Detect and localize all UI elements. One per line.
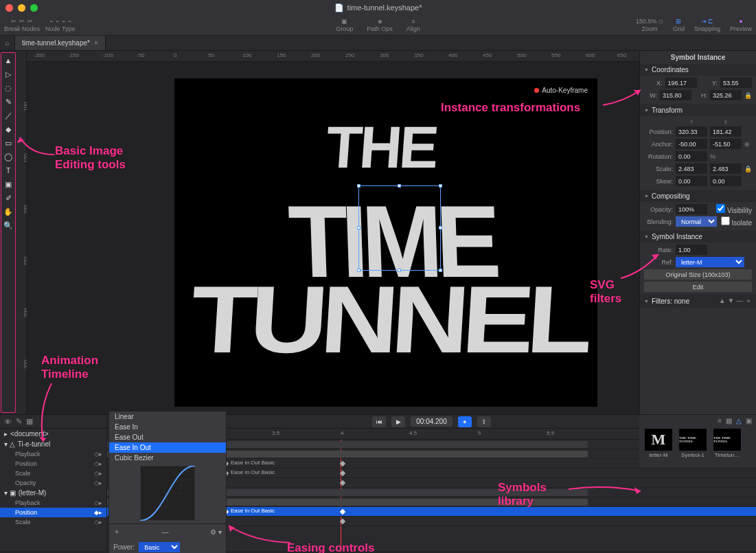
anchor-x[interactable] (676, 139, 707, 149)
visibility-check[interactable] (716, 204, 725, 213)
skew-x[interactable] (676, 176, 707, 186)
symbols-thumb-icon[interactable]: ▣ (746, 417, 752, 425)
symbol-item-timetun[interactable]: THE TIME TUNNELTimetun… (712, 429, 742, 458)
grid-label: Grid (673, 25, 685, 32)
easing-opt-easeinout[interactable]: Ease In Out (109, 442, 226, 453)
coord-x[interactable] (665, 78, 697, 88)
close-tab-icon[interactable]: × (94, 39, 98, 47)
compositing-header[interactable]: Compositing (640, 190, 756, 202)
coord-y[interactable] (720, 78, 752, 88)
rect-tool[interactable]: ▭ (3, 138, 14, 148)
tree-prop-scale[interactable]: Scale◇▸ (0, 469, 106, 478)
auto-keyframe-toggle[interactable]: Auto-Keyframe (534, 87, 588, 94)
rate-input[interactable] (676, 245, 707, 255)
hand-tool[interactable]: ✋ (3, 207, 14, 216)
direct-select-tool[interactable]: ▷ (3, 69, 14, 79)
preview-label: Preview (730, 25, 752, 32)
snapping-button[interactable]: ⇥ ⊏Snapping (694, 18, 720, 32)
path-ops-button[interactable]: ◈Path Ops (367, 18, 393, 32)
scale-x[interactable] (676, 163, 707, 174)
easing-opt-easein[interactable]: Ease In (109, 422, 226, 432)
transform-header[interactable]: Transform (640, 104, 756, 116)
filters-header[interactable]: Filters: none▲ ▼ — ＋ (640, 294, 756, 308)
node-type-label: Node Type (45, 25, 75, 32)
pen-tool[interactable]: ✎ (3, 97, 14, 106)
ellipse-tool[interactable]: ◯ (3, 152, 14, 161)
symbols-list-icon[interactable]: ≡ (718, 417, 722, 425)
tree-prop-scale2[interactable]: Scale◇▸ (0, 517, 106, 527)
skew-y[interactable] (710, 176, 742, 186)
pencil-tool[interactable]: ／ (3, 111, 14, 120)
tree-prop-opacity[interactable]: Opacity◇▸ (0, 478, 106, 488)
coord-w[interactable] (660, 90, 691, 100)
power-select[interactable]: Basic (139, 542, 180, 552)
scale-y[interactable] (710, 163, 742, 174)
ruler-tick: -100 (102, 52, 113, 58)
coord-h[interactable] (710, 90, 742, 100)
symbols-active-icon[interactable]: △ (736, 417, 742, 425)
home-tab[interactable]: ⌂ (0, 36, 15, 50)
node-type-group[interactable]: ⌁⌁⌁⌁ Node Type (45, 18, 75, 32)
minimize-window[interactable] (18, 4, 25, 12)
anchor-reset-icon[interactable]: ⊕ (744, 141, 750, 148)
break-nodes-label: Break Nodes (4, 25, 40, 32)
easing-opt-cubic[interactable]: Cubic Bezier (109, 453, 226, 463)
isolate-check[interactable] (721, 216, 730, 225)
record-icon (534, 88, 539, 93)
break-nodes-group[interactable]: ✂✂✂ Break Nodes (4, 18, 40, 32)
remove-easing-icon[interactable]: — (162, 528, 169, 536)
record-button[interactable]: ● (458, 416, 472, 427)
easing-opt-linear[interactable]: Linear (109, 411, 226, 422)
pos-x[interactable] (676, 126, 707, 137)
lock-icon[interactable]: 🔒 (744, 92, 752, 99)
group-button[interactable]: ▣Group (336, 18, 353, 32)
tree-item-letterm[interactable]: ▾ ▣ (letter-M) (0, 488, 106, 498)
pos-y[interactable] (710, 126, 742, 137)
easing-graph[interactable] (140, 466, 195, 521)
rewind-button[interactable]: ⏮ (372, 416, 386, 427)
easing-settings-icon[interactable]: ⚙ ▾ (210, 528, 222, 536)
symbols-grid-icon[interactable]: ▦ (726, 417, 732, 425)
symbol-item-1[interactable]: THE TIME TUNNELSymbol-1 (678, 429, 708, 458)
scale-lock-icon[interactable]: 🔒 (744, 166, 752, 172)
blending-select[interactable]: Normal (676, 216, 717, 227)
symbol-item-letterm[interactable]: Mletter-M (643, 429, 674, 458)
visibility-column-icon[interactable]: 👁 (4, 418, 12, 426)
document-tab[interactable]: time-tunnel.keyshape* × (15, 36, 106, 50)
edit-symbol-button[interactable]: Edit (644, 282, 752, 292)
fill-tool[interactable]: ◆ (3, 124, 14, 134)
grid-button[interactable]: ⊞Grid (673, 18, 685, 32)
preview-button[interactable]: ●Preview (730, 18, 752, 32)
select-tool[interactable]: ▲ (3, 56, 14, 65)
text-tool[interactable]: T (3, 166, 14, 175)
tree-prop-position2[interactable]: Position◆▸ (0, 508, 106, 517)
zoom-tool[interactable]: 🔍 (3, 221, 14, 230)
ruler-tick: 550 (551, 52, 560, 58)
artboard[interactable]: Auto-Keyframe THE TIME TUNNEL (174, 78, 597, 407)
canvas[interactable]: Auto-Keyframe THE TIME TUNNEL (27, 62, 639, 414)
export-button[interactable]: ⇪ (477, 416, 491, 427)
image-tool[interactable]: ▣ (3, 179, 14, 189)
tree-prop-playback[interactable]: Playback◇▸ (0, 449, 106, 459)
anchor-y[interactable] (710, 139, 742, 149)
align-button[interactable]: ≡Align (406, 18, 420, 32)
coordinates-header[interactable]: Coordinates (640, 64, 756, 76)
lasso-tool[interactable]: ◌ (3, 83, 14, 93)
ruler-tick: 600 (586, 52, 595, 58)
add-easing-icon[interactable]: ＋ (113, 527, 120, 537)
play-button[interactable]: ▶ (391, 416, 405, 427)
symbol-instance-header[interactable]: Symbol Instance (640, 231, 756, 242)
ref-select[interactable]: letter-M (676, 257, 744, 267)
easing-opt-easeout[interactable]: Ease Out (109, 432, 226, 442)
opacity-input[interactable] (676, 204, 707, 214)
zoom-control[interactable]: 150.5% ◇Zoom (636, 18, 663, 32)
eyedropper-tool[interactable]: ✐ (3, 193, 14, 203)
tree-prop-position[interactable]: Position◇▸ (0, 459, 106, 469)
tree-prop-playback2[interactable]: Playback◇▸ (0, 498, 106, 508)
close-window[interactable] (5, 4, 13, 12)
rotation[interactable] (676, 151, 707, 161)
maximize-window[interactable] (30, 4, 38, 12)
edit-column-icon[interactable]: ✎ (16, 417, 22, 426)
time-display[interactable]: 00:04.200 (411, 416, 453, 427)
selection-box[interactable] (358, 185, 441, 271)
